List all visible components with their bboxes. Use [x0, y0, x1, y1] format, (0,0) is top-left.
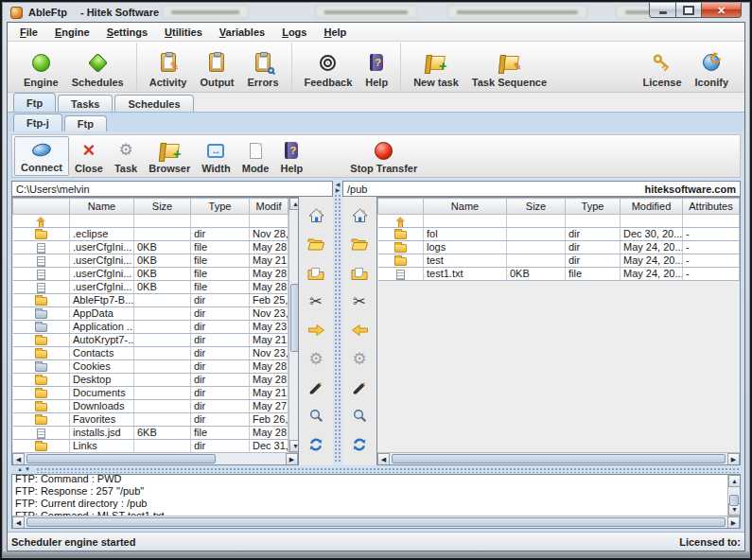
- table-row[interactable]: [378, 215, 740, 228]
- tab-tasks[interactable]: Tasks: [58, 95, 113, 112]
- col-header-type[interactable]: Type: [566, 199, 621, 215]
- table-row[interactable]: [13, 215, 289, 228]
- edit-icon[interactable]: [304, 376, 328, 399]
- scroll-left-button[interactable]: ◀: [12, 453, 25, 465]
- col-header-size[interactable]: Size: [507, 199, 566, 215]
- scroll-track[interactable]: [289, 210, 298, 440]
- close-window-button[interactable]: [702, 3, 742, 18]
- col-header-name[interactable]: Name: [70, 199, 134, 215]
- ftp-help-button[interactable]: Help: [274, 136, 308, 176]
- width-button[interactable]: Width: [196, 136, 236, 176]
- feedback-button[interactable]: Feedback: [298, 43, 359, 91]
- connect-button[interactable]: Connect: [14, 136, 69, 176]
- menu-help[interactable]: Help: [315, 25, 355, 40]
- table-row[interactable]: ContactsdirNov 23,: [13, 347, 289, 360]
- col-header-icon[interactable]: [378, 199, 424, 215]
- scroll-thumb[interactable]: [392, 454, 726, 464]
- new-folder-icon[interactable]: [347, 262, 372, 285]
- table-row[interactable]: testdirMay 24, 20...-: [378, 254, 740, 268]
- new-folder-icon[interactable]: [304, 262, 328, 285]
- table-row[interactable]: test1.txt0KBfileMay 24, 20...-: [378, 268, 740, 281]
- table-row[interactable]: DesktopdirMay 28,: [13, 374, 289, 387]
- table-row[interactable]: .eclipsedirNov 28,: [13, 228, 289, 241]
- cut-icon[interactable]: ✂: [347, 290, 372, 313]
- menu-variables[interactable]: Variables: [211, 25, 273, 40]
- refresh-icon[interactable]: [304, 433, 328, 456]
- settings-icon[interactable]: ⚙: [304, 347, 328, 370]
- menu-utilities[interactable]: Utilities: [156, 25, 211, 40]
- table-row[interactable]: installs.jsd6KBfileMay 28,: [13, 427, 289, 440]
- help-button[interactable]: Help: [359, 43, 394, 91]
- scroll-thumb[interactable]: [26, 517, 726, 527]
- table-row[interactable]: FavoritesdirFeb 26,: [13, 413, 289, 427]
- col-header-modified[interactable]: Modif: [250, 199, 289, 215]
- scroll-left-button[interactable]: ◀: [12, 516, 25, 529]
- activity-button[interactable]: ✎ Activity: [143, 43, 194, 91]
- license-button[interactable]: License: [637, 43, 689, 91]
- errors-button[interactable]: Errors: [241, 43, 286, 91]
- col-header-modified[interactable]: Modified: [621, 199, 683, 215]
- scroll-right-button[interactable]: ▶: [286, 453, 298, 465]
- edit-icon[interactable]: [347, 376, 372, 399]
- download-arrow-icon[interactable]: [347, 319, 372, 341]
- scroll-track[interactable]: [728, 487, 740, 503]
- schedules-button[interactable]: Schedules: [65, 43, 131, 91]
- table-row[interactable]: foldirDec 30, 20...-: [378, 228, 740, 241]
- search-icon[interactable]: [304, 405, 328, 428]
- mode-button[interactable]: Mode: [236, 136, 275, 176]
- output-button[interactable]: Output: [193, 43, 240, 91]
- scroll-track[interactable]: [25, 453, 286, 464]
- table-row[interactable]: .userCfgIni...0KBfileMay 28,: [13, 241, 289, 254]
- scroll-right-button[interactable]: ▶: [727, 516, 740, 529]
- table-row[interactable]: CookiesdirMay 28,: [13, 360, 289, 374]
- panel-splitter[interactable]: ◀▶: [333, 181, 342, 465]
- menu-logs[interactable]: Logs: [273, 25, 315, 40]
- menu-engine[interactable]: Engine: [46, 25, 98, 40]
- table-row[interactable]: logsdirMay 24, 20...-: [378, 241, 740, 254]
- tab-ftp-j[interactable]: Ftp-j: [13, 114, 62, 131]
- maximize-button[interactable]: [676, 3, 702, 18]
- settings-icon[interactable]: ⚙: [347, 347, 372, 370]
- col-header-attributes[interactable]: Attributes: [683, 199, 740, 215]
- task-button[interactable]: Task: [109, 136, 143, 176]
- tab-ftp-sub[interactable]: Ftp: [64, 115, 107, 131]
- col-header-type[interactable]: Type: [191, 199, 250, 215]
- col-header-icon[interactable]: [13, 199, 70, 215]
- table-row[interactable]: .userCfgIni...0KBfileMay 28,: [13, 268, 289, 281]
- col-header-size[interactable]: Size: [134, 199, 191, 215]
- task-sequence-button[interactable]: Task Sequence: [465, 43, 553, 91]
- menu-settings[interactable]: Settings: [98, 25, 156, 40]
- new-task-button[interactable]: New task: [407, 43, 465, 91]
- search-icon[interactable]: [347, 405, 372, 428]
- col-header-name[interactable]: Name: [424, 199, 507, 215]
- scroll-down-button[interactable]: ▼: [289, 440, 298, 452]
- table-row[interactable]: DocumentsdirMay 21,: [13, 387, 289, 400]
- splitter-collapse-icons[interactable]: ◀▶: [333, 182, 342, 193]
- scroll-up-button[interactable]: ▲: [728, 475, 740, 487]
- browser-button[interactable]: Browser: [143, 136, 196, 176]
- table-row[interactable]: Application ...dirMay 23,: [13, 321, 289, 334]
- scroll-left-button[interactable]: ◀: [377, 453, 390, 465]
- stop-transfer-button[interactable]: Stop Transfer: [344, 136, 423, 176]
- table-row[interactable]: AbleFtp7-B...dirFeb 25,: [13, 294, 289, 307]
- open-folder-icon[interactable]: [347, 233, 372, 255]
- table-row[interactable]: .userCfgIni...0KBfileMay 21,: [13, 254, 289, 268]
- tab-ftp[interactable]: Ftp: [13, 93, 56, 112]
- log-splitter[interactable]: ▲▼: [11, 465, 741, 474]
- minimize-button[interactable]: [649, 3, 676, 18]
- menu-file[interactable]: File: [11, 25, 46, 40]
- table-row[interactable]: AppDatadirNov 23,: [13, 307, 289, 321]
- scroll-up-button[interactable]: ▲: [289, 198, 298, 210]
- scroll-right-button[interactable]: ▶: [727, 453, 740, 465]
- scroll-thumb[interactable]: [729, 495, 739, 506]
- splitter-collapse-icons[interactable]: ▲▼: [17, 466, 32, 472]
- home-icon[interactable]: [347, 204, 372, 227]
- table-row[interactable]: DownloadsdirMay 27,: [13, 400, 289, 413]
- open-folder-icon[interactable]: [304, 233, 328, 255]
- cut-icon[interactable]: ✂: [304, 290, 328, 313]
- table-row[interactable]: AutoKrypt7-...dirMay 21,: [13, 334, 289, 347]
- close-connection-button[interactable]: Close: [69, 136, 109, 176]
- home-icon[interactable]: [304, 204, 328, 227]
- table-row[interactable]: LinksdirDec 31,: [13, 440, 289, 453]
- tab-schedules[interactable]: Schedules: [114, 95, 193, 112]
